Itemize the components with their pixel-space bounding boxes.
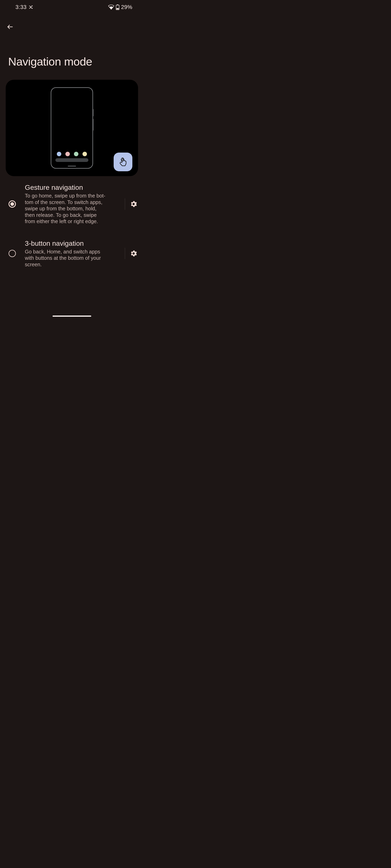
touch-icon: [119, 158, 127, 166]
shuffle-icon: [29, 5, 34, 9]
screen: 3:33 29%: [0, 0, 144, 319]
radio-selected-icon: [8, 200, 16, 208]
phone-illustration: [51, 87, 93, 168]
dock-pill: [55, 158, 88, 162]
wifi-icon: [108, 5, 114, 9]
navigation-options: Gesture navigation To go home, swipe up …: [0, 182, 144, 280]
option-title: Gesture navigation: [25, 184, 119, 191]
option-description: To go home, swipe up from the bot­tom of…: [25, 193, 106, 225]
gesture-demo-button[interactable]: [114, 153, 132, 171]
radio-unselected-icon: [8, 250, 16, 257]
svg-rect-2: [116, 8, 119, 9]
system-gesture-bar[interactable]: [53, 315, 91, 317]
page-title: Navigation mode: [8, 55, 92, 68]
app-dot: [57, 152, 61, 156]
three-button-settings-button[interactable]: [129, 249, 138, 258]
gear-icon: [130, 250, 137, 257]
divider: [125, 248, 125, 259]
gesture-settings-button[interactable]: [129, 199, 138, 209]
svg-rect-1: [117, 4, 118, 5]
option-gesture-navigation[interactable]: Gesture navigation To go home, swipe up …: [0, 182, 144, 227]
status-bar: 3:33 29%: [0, 0, 144, 14]
option-text: 3-button navigation Go back, Home, and s…: [25, 240, 123, 268]
phone-side-button: [93, 109, 93, 116]
phone-side-button: [93, 119, 93, 131]
divider: [125, 198, 125, 210]
option-title: 3-button navigation: [25, 240, 119, 247]
app-dot: [74, 152, 78, 156]
option-text: Gesture navigation To go home, swipe up …: [25, 184, 123, 225]
nav-handle-icon: [68, 166, 76, 166]
app-dot: [65, 152, 70, 156]
dock-icons: [51, 152, 92, 156]
status-right: 29%: [108, 4, 132, 10]
option-description: Go back, Home, and switch apps with butt…: [25, 249, 106, 268]
status-time: 3:33: [16, 4, 27, 10]
navigation-preview: [6, 80, 138, 176]
app-dot: [82, 152, 87, 156]
status-battery-pct: 29%: [121, 4, 132, 10]
status-left: 3:33: [16, 4, 34, 10]
option-3-button-navigation[interactable]: 3-button navigation Go back, Home, and s…: [0, 238, 144, 270]
battery-icon: [116, 4, 119, 10]
gear-icon: [130, 200, 137, 208]
arrow-left-icon: [7, 23, 13, 30]
back-button[interactable]: [5, 22, 15, 32]
